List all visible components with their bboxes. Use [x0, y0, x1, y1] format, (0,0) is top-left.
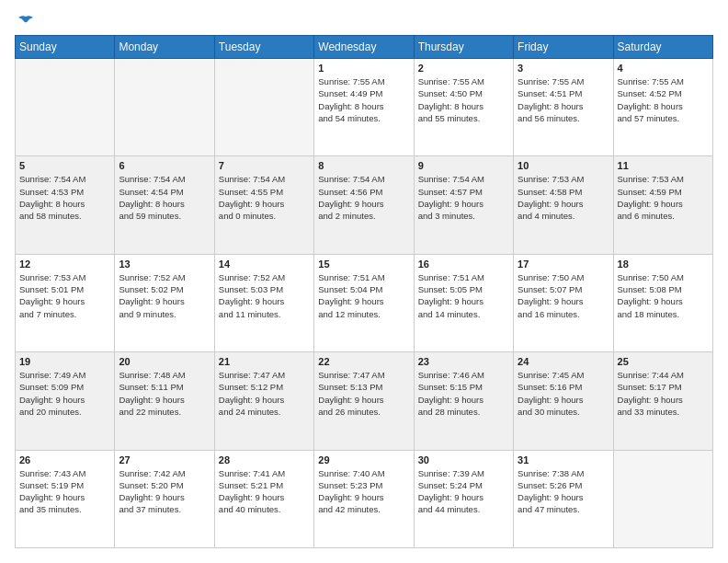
- calendar-cell: 7Sunrise: 7:54 AMSunset: 4:55 PMDaylight…: [214, 156, 313, 254]
- day-number: 15: [318, 259, 409, 270]
- calendar-cell: 16Sunrise: 7:51 AMSunset: 5:05 PMDayligh…: [414, 254, 513, 351]
- day-number: 26: [19, 454, 110, 465]
- day-number: 11: [618, 160, 709, 171]
- calendar-cell: 28Sunrise: 7:41 AMSunset: 5:21 PMDayligh…: [214, 450, 313, 547]
- day-info: Sunrise: 7:54 AMSunset: 4:55 PMDaylight:…: [219, 173, 310, 222]
- header: [15, 15, 713, 26]
- day-info: Sunrise: 7:47 AMSunset: 5:13 PMDaylight:…: [318, 369, 409, 418]
- calendar-cell: 24Sunrise: 7:45 AMSunset: 5:16 PMDayligh…: [514, 352, 613, 450]
- header-wednesday: Wednesday: [314, 36, 414, 59]
- day-info: Sunrise: 7:52 AMSunset: 5:02 PMDaylight:…: [119, 271, 210, 320]
- day-number: 14: [219, 259, 310, 270]
- day-number: 8: [318, 160, 409, 171]
- day-info: Sunrise: 7:55 AMSunset: 4:51 PMDaylight:…: [518, 75, 609, 124]
- calendar-cell: 23Sunrise: 7:46 AMSunset: 5:15 PMDayligh…: [414, 352, 513, 450]
- day-number: 29: [318, 454, 409, 465]
- day-number: 30: [418, 454, 509, 465]
- logo: [15, 15, 35, 26]
- calendar-cell: 13Sunrise: 7:52 AMSunset: 5:02 PMDayligh…: [115, 254, 214, 351]
- day-info: Sunrise: 7:42 AMSunset: 5:20 PMDaylight:…: [119, 467, 210, 516]
- day-info: Sunrise: 7:45 AMSunset: 5:16 PMDaylight:…: [518, 369, 609, 418]
- day-number: 2: [418, 63, 509, 74]
- calendar-cell: [214, 59, 313, 156]
- day-info: Sunrise: 7:54 AMSunset: 4:57 PMDaylight:…: [418, 173, 509, 222]
- calendar-cell: 6Sunrise: 7:54 AMSunset: 4:54 PMDaylight…: [115, 156, 214, 254]
- calendar-cell: 22Sunrise: 7:47 AMSunset: 5:13 PMDayligh…: [314, 352, 414, 450]
- header-thursday: Thursday: [414, 36, 513, 59]
- calendar-cell: 31Sunrise: 7:38 AMSunset: 5:26 PMDayligh…: [514, 450, 613, 547]
- day-info: Sunrise: 7:46 AMSunset: 5:15 PMDaylight:…: [418, 369, 509, 418]
- day-number: 12: [19, 259, 110, 270]
- day-number: 4: [618, 63, 709, 74]
- day-info: Sunrise: 7:54 AMSunset: 4:54 PMDaylight:…: [119, 173, 210, 222]
- day-info: Sunrise: 7:44 AMSunset: 5:17 PMDaylight:…: [618, 369, 709, 418]
- day-number: 25: [618, 356, 709, 367]
- header-friday: Friday: [514, 36, 613, 59]
- calendar-cell: 26Sunrise: 7:43 AMSunset: 5:19 PMDayligh…: [16, 450, 115, 547]
- calendar-table: Sunday Monday Tuesday Wednesday Thursday…: [15, 35, 713, 548]
- calendar-cell: 29Sunrise: 7:40 AMSunset: 5:23 PMDayligh…: [314, 450, 414, 547]
- day-info: Sunrise: 7:40 AMSunset: 5:23 PMDaylight:…: [318, 467, 409, 516]
- header-tuesday: Tuesday: [214, 36, 313, 59]
- calendar-cell: 25Sunrise: 7:44 AMSunset: 5:17 PMDayligh…: [613, 352, 712, 450]
- header-saturday: Saturday: [613, 36, 712, 59]
- day-number: 3: [518, 63, 609, 74]
- day-number: 17: [518, 259, 609, 270]
- day-number: 20: [119, 356, 210, 367]
- calendar-cell: 19Sunrise: 7:49 AMSunset: 5:09 PMDayligh…: [16, 352, 115, 450]
- week-row-3: 12Sunrise: 7:53 AMSunset: 5:01 PMDayligh…: [16, 254, 713, 351]
- day-number: 10: [518, 160, 609, 171]
- day-number: 6: [119, 160, 210, 171]
- day-info: Sunrise: 7:51 AMSunset: 5:04 PMDaylight:…: [318, 271, 409, 320]
- day-number: 24: [518, 356, 609, 367]
- calendar-cell: 12Sunrise: 7:53 AMSunset: 5:01 PMDayligh…: [16, 254, 115, 351]
- day-info: Sunrise: 7:39 AMSunset: 5:24 PMDaylight:…: [418, 467, 509, 516]
- calendar-cell: 30Sunrise: 7:39 AMSunset: 5:24 PMDayligh…: [414, 450, 513, 547]
- day-number: 19: [19, 356, 110, 367]
- day-number: 31: [518, 454, 609, 465]
- day-number: 28: [219, 454, 310, 465]
- calendar-cell: [613, 450, 712, 547]
- calendar-cell: 9Sunrise: 7:54 AMSunset: 4:57 PMDaylight…: [414, 156, 513, 254]
- day-number: 1: [318, 63, 409, 74]
- day-info: Sunrise: 7:38 AMSunset: 5:26 PMDaylight:…: [518, 467, 609, 516]
- day-info: Sunrise: 7:49 AMSunset: 5:09 PMDaylight:…: [19, 369, 110, 418]
- day-number: 18: [618, 259, 709, 270]
- day-info: Sunrise: 7:50 AMSunset: 5:08 PMDaylight:…: [618, 271, 709, 320]
- week-row-4: 19Sunrise: 7:49 AMSunset: 5:09 PMDayligh…: [16, 352, 713, 450]
- calendar-cell: 5Sunrise: 7:54 AMSunset: 4:53 PMDaylight…: [16, 156, 115, 254]
- header-monday: Monday: [115, 36, 214, 59]
- day-info: Sunrise: 7:53 AMSunset: 4:58 PMDaylight:…: [518, 173, 609, 222]
- day-number: 9: [418, 160, 509, 171]
- day-number: 5: [19, 160, 110, 171]
- day-number: 21: [219, 356, 310, 367]
- day-info: Sunrise: 7:41 AMSunset: 5:21 PMDaylight:…: [219, 467, 310, 516]
- calendar-cell: 20Sunrise: 7:48 AMSunset: 5:11 PMDayligh…: [115, 352, 214, 450]
- calendar-cell: [16, 59, 115, 156]
- header-row: Sunday Monday Tuesday Wednesday Thursday…: [16, 36, 713, 59]
- calendar-cell: [115, 59, 214, 156]
- calendar-cell: 27Sunrise: 7:42 AMSunset: 5:20 PMDayligh…: [115, 450, 214, 547]
- calendar-cell: 2Sunrise: 7:55 AMSunset: 4:50 PMDaylight…: [414, 59, 513, 156]
- day-info: Sunrise: 7:55 AMSunset: 4:49 PMDaylight:…: [318, 75, 409, 124]
- day-info: Sunrise: 7:50 AMSunset: 5:07 PMDaylight:…: [518, 271, 609, 320]
- calendar-cell: 21Sunrise: 7:47 AMSunset: 5:12 PMDayligh…: [214, 352, 313, 450]
- day-info: Sunrise: 7:55 AMSunset: 4:52 PMDaylight:…: [618, 75, 709, 124]
- day-info: Sunrise: 7:53 AMSunset: 4:59 PMDaylight:…: [618, 173, 709, 222]
- calendar-cell: 4Sunrise: 7:55 AMSunset: 4:52 PMDaylight…: [613, 59, 712, 156]
- week-row-1: 1Sunrise: 7:55 AMSunset: 4:49 PMDaylight…: [16, 59, 713, 156]
- calendar-cell: 14Sunrise: 7:52 AMSunset: 5:03 PMDayligh…: [214, 254, 313, 351]
- week-row-2: 5Sunrise: 7:54 AMSunset: 4:53 PMDaylight…: [16, 156, 713, 254]
- day-info: Sunrise: 7:43 AMSunset: 5:19 PMDaylight:…: [19, 467, 110, 516]
- day-info: Sunrise: 7:53 AMSunset: 5:01 PMDaylight:…: [19, 271, 110, 320]
- day-info: Sunrise: 7:54 AMSunset: 4:56 PMDaylight:…: [318, 173, 409, 222]
- calendar-cell: 10Sunrise: 7:53 AMSunset: 4:58 PMDayligh…: [514, 156, 613, 254]
- calendar-body: 1Sunrise: 7:55 AMSunset: 4:49 PMDaylight…: [16, 59, 713, 548]
- day-number: 7: [219, 160, 310, 171]
- day-info: Sunrise: 7:55 AMSunset: 4:50 PMDaylight:…: [418, 75, 509, 124]
- day-info: Sunrise: 7:48 AMSunset: 5:11 PMDaylight:…: [119, 369, 210, 418]
- calendar-cell: 18Sunrise: 7:50 AMSunset: 5:08 PMDayligh…: [613, 254, 712, 351]
- day-number: 22: [318, 356, 409, 367]
- calendar-cell: 15Sunrise: 7:51 AMSunset: 5:04 PMDayligh…: [314, 254, 414, 351]
- calendar-cell: 8Sunrise: 7:54 AMSunset: 4:56 PMDaylight…: [314, 156, 414, 254]
